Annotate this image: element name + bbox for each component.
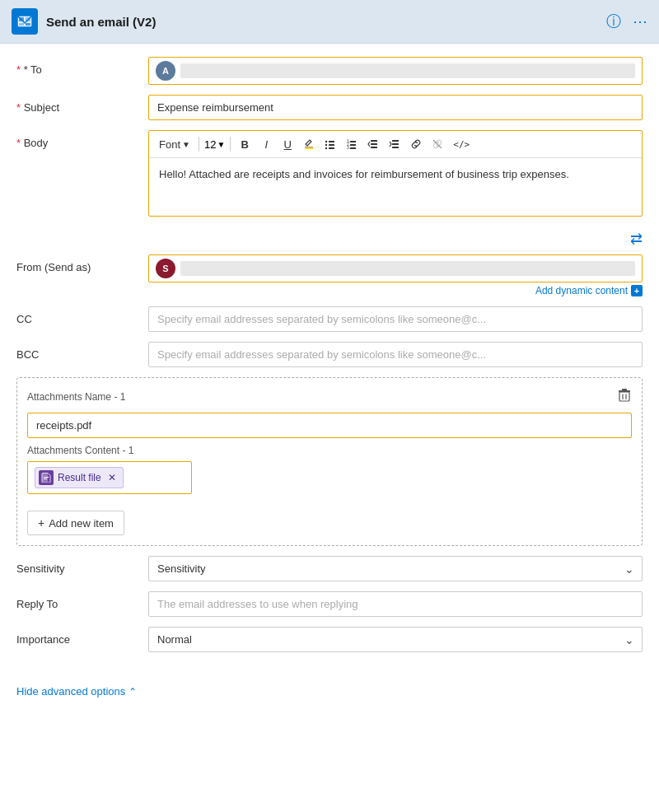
svg-rect-5 <box>19 23 24 26</box>
svg-rect-24 <box>392 143 399 145</box>
sensitivity-row: Sensitivity Sensitivity Normal Personal … <box>16 556 643 581</box>
add-icon: + <box>38 516 44 530</box>
svg-rect-33 <box>44 477 49 478</box>
toolbar-sep-1 <box>199 137 199 152</box>
app-icon <box>12 8 38 35</box>
body-content[interactable]: Hello! Attached are receipts and invoice… <box>149 158 642 216</box>
sensitivity-select[interactable]: Sensitivity Normal Personal Private Conf… <box>148 556 643 581</box>
bcc-input[interactable] <box>148 342 643 367</box>
font-size-control[interactable]: 12 ▼ <box>204 138 225 151</box>
to-value <box>180 63 635 78</box>
transfer-row: ⇄ <box>16 226 643 254</box>
bold-button[interactable]: B <box>236 135 254 153</box>
body-label: * Body <box>16 130 148 149</box>
from-avatar: S <box>156 259 175 278</box>
body-toolbar: Font ▼ 12 ▼ B I <box>149 131 642 158</box>
cc-input[interactable] <box>148 306 643 332</box>
to-avatar: A <box>156 61 175 81</box>
dynamic-content-row: Add dynamic content + <box>148 285 643 296</box>
link-button[interactable] <box>407 135 425 153</box>
italic-button[interactable]: I <box>257 135 275 153</box>
importance-select[interactable]: Normal Low High <box>148 627 643 652</box>
cc-label: CC <box>16 306 148 325</box>
svg-rect-34 <box>44 478 47 479</box>
svg-rect-29 <box>619 392 629 401</box>
hide-advanced-link[interactable]: Hide advanced options ⌃ <box>0 675 659 711</box>
to-input[interactable]: A <box>148 57 643 85</box>
highlight-button[interactable] <box>300 135 318 153</box>
dynamic-content-plus-icon: + <box>631 285 643 296</box>
font-label: Font <box>159 138 180 151</box>
indent-increase-button[interactable] <box>386 135 404 153</box>
from-field-wrapper: S Add dynamic content + <box>148 254 643 296</box>
svg-rect-20 <box>371 140 377 142</box>
result-file-icon <box>39 470 54 485</box>
code-button[interactable]: </> <box>450 135 473 153</box>
importance-field-wrapper: Normal Low High ⌄ <box>148 627 643 652</box>
cc-field-wrapper <box>148 306 643 332</box>
svg-rect-28 <box>622 389 627 390</box>
hide-advanced-label: Hide advanced options <box>16 685 125 698</box>
delete-attachment-icon[interactable] <box>617 388 632 406</box>
help-icon[interactable]: ⓘ <box>606 12 621 31</box>
font-size-chevron-icon: ▼ <box>217 140 225 149</box>
svg-rect-23 <box>392 140 399 142</box>
subject-label: * Subject <box>16 95 148 114</box>
svg-text:3.: 3. <box>347 145 350 150</box>
more-options-icon[interactable]: ⋯ <box>633 12 647 30</box>
cc-row: CC <box>16 306 643 332</box>
attachments-name-header: Attachments Name - 1 <box>27 388 632 406</box>
attachments-name-input[interactable]: receipts.pdf <box>27 413 632 438</box>
from-input[interactable]: S <box>148 254 643 282</box>
attachments-content-label: Attachments Content - 1 <box>27 445 632 456</box>
svg-rect-21 <box>371 143 377 145</box>
body-row: * Body Font ▼ 12 ▼ <box>16 130 643 217</box>
from-label: From (Send as) <box>16 254 148 273</box>
dialog-title: Send an email (V2) <box>46 15 156 29</box>
underline-button[interactable]: U <box>278 135 297 153</box>
add-item-label: Add new item <box>49 517 114 530</box>
font-dropdown[interactable]: Font ▼ <box>156 137 194 152</box>
importance-label: Importance <box>16 627 148 646</box>
transfer-icon[interactable]: ⇄ <box>630 230 643 248</box>
font-size-value: 12 <box>204 138 216 151</box>
importance-row: Importance Normal Low High ⌄ <box>16 627 643 652</box>
svg-rect-9 <box>329 141 334 142</box>
body-field-wrapper: Font ▼ 12 ▼ B I <box>148 130 643 217</box>
svg-point-12 <box>325 147 327 149</box>
sensitivity-select-wrapper: Sensitivity Normal Personal Private Conf… <box>148 556 643 581</box>
add-dynamic-content-link[interactable]: Add dynamic content + <box>535 285 643 296</box>
to-required: * <box>16 63 24 76</box>
bcc-field-wrapper <box>148 342 643 367</box>
svg-rect-6 <box>26 23 30 26</box>
svg-rect-25 <box>392 147 399 148</box>
toolbar-sep-2 <box>230 137 231 152</box>
attachments-content-input[interactable]: Result file ✕ <box>27 461 192 494</box>
svg-rect-13 <box>329 147 334 149</box>
svg-rect-17 <box>350 144 356 146</box>
font-chevron-icon: ▼ <box>182 140 190 149</box>
from-row: From (Send as) S Add dynamic content + <box>16 254 643 296</box>
reply-to-input[interactable] <box>148 591 643 617</box>
to-field-wrapper: A <box>148 57 643 85</box>
add-new-item-button[interactable]: + Add new item <box>27 511 124 535</box>
result-file-remove-icon[interactable]: ✕ <box>108 472 116 483</box>
attachments-section: Attachments Name - 1 receipts.pdf Attach… <box>16 377 643 546</box>
svg-rect-19 <box>350 147 356 149</box>
result-file-label: Result file <box>58 472 101 483</box>
body-editor: Font ▼ 12 ▼ B I <box>148 130 643 217</box>
reply-to-field-wrapper <box>148 591 643 617</box>
dialog-header: Send an email (V2) ⓘ ⋯ <box>0 0 659 44</box>
svg-rect-3 <box>19 17 24 21</box>
svg-point-10 <box>325 144 327 146</box>
numbered-list-button[interactable]: 1.2.3. <box>343 135 361 153</box>
subject-input[interactable]: Expense reimbursement <box>148 95 643 120</box>
result-file-tag[interactable]: Result file ✕ <box>35 467 124 488</box>
bullet-list-button[interactable] <box>321 135 339 153</box>
subject-field-wrapper: Expense reimbursement <box>148 95 643 120</box>
indent-decrease-button[interactable] <box>364 135 382 153</box>
form-body: * * To A * Subject Expense reimbursement… <box>0 44 659 675</box>
from-value <box>180 261 635 276</box>
unlink-button[interactable] <box>428 135 446 153</box>
header-left: Send an email (V2) <box>12 8 156 35</box>
